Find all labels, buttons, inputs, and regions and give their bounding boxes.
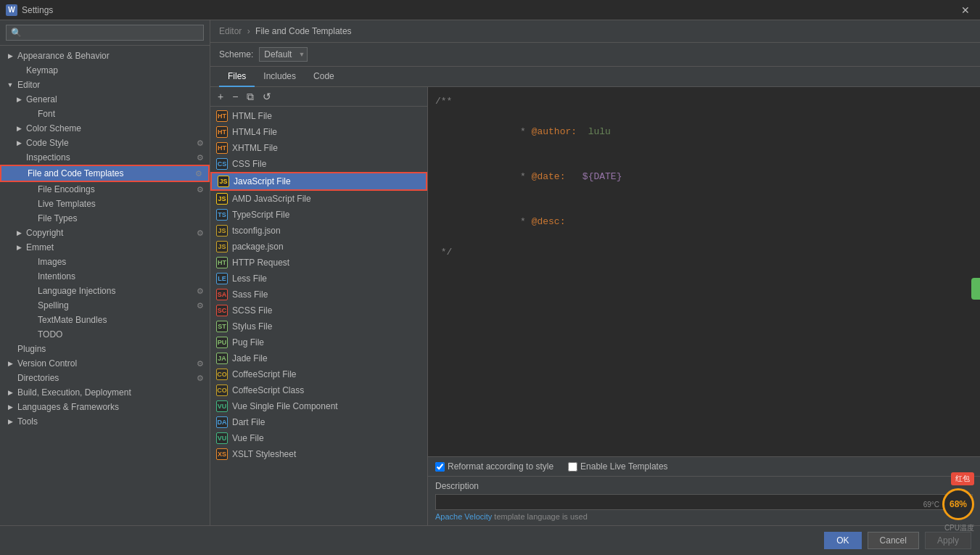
file-item-vue-single-file[interactable]: VUVue Single File Component bbox=[210, 398, 427, 414]
file-item-label: AMD JavaScript File bbox=[232, 194, 311, 204]
sidebar-item-appearance[interactable]: Appearance & Behavior bbox=[0, 49, 210, 63]
scheme-row: Scheme: DefaultProject bbox=[210, 43, 980, 67]
file-item-coffeescript-class[interactable]: COCoffeeScript Class bbox=[210, 382, 427, 398]
sidebar-item-copyright[interactable]: Copyright⚙ bbox=[0, 226, 210, 240]
sidebar-item-editor[interactable]: Editor bbox=[0, 78, 210, 92]
sidebar-item-file-types[interactable]: File Types bbox=[0, 211, 210, 226]
file-item-tsconfig-json[interactable]: JStsconfig.json bbox=[210, 223, 427, 239]
file-item-coffeescript-file[interactable]: COCoffeeScript File bbox=[210, 366, 427, 382]
sidebar-item-label-version-control: Version Control bbox=[17, 358, 77, 369]
file-item-css-file[interactable]: CSCSS File bbox=[210, 156, 427, 172]
tab-includes[interactable]: Includes bbox=[255, 67, 305, 87]
file-type-icon: HT bbox=[216, 126, 228, 138]
gear-icon: ⚙ bbox=[197, 374, 204, 383]
apply-button[interactable]: Apply bbox=[925, 532, 971, 549]
sidebar-item-directories[interactable]: Directories⚙ bbox=[0, 371, 210, 385]
file-item-less-file[interactable]: LELess File bbox=[210, 271, 427, 287]
file-item-dart-file[interactable]: DADart File bbox=[210, 414, 427, 430]
code-editor[interactable]: /** * @author: lulu * @date: ${DATE} * @… bbox=[428, 87, 980, 457]
file-item-xslt-stylesheet[interactable]: XSXSLT Stylesheet bbox=[210, 446, 427, 462]
cancel-button[interactable]: Cancel bbox=[868, 532, 919, 549]
sidebar-item-emmet[interactable]: Emmet bbox=[0, 240, 210, 255]
sidebar-item-label-languages-frameworks: Languages & Frameworks bbox=[17, 402, 119, 412]
sidebar-item-live-templates[interactable]: Live Templates bbox=[0, 197, 210, 211]
reformat-checkbox-label[interactable]: Reformat according to style bbox=[435, 461, 553, 472]
file-item-html-file[interactable]: HTHTML File bbox=[210, 108, 427, 124]
file-item-xhtml-file[interactable]: HTXHTML File bbox=[210, 140, 427, 156]
file-item-sass-file[interactable]: SASass File bbox=[210, 287, 427, 303]
sidebar-item-label-spelling: Spelling bbox=[38, 300, 69, 311]
sidebar-item-language-injections[interactable]: Language Injections⚙ bbox=[0, 284, 210, 298]
file-type-icon: XS bbox=[216, 448, 228, 460]
file-item-amd-javascript-file[interactable]: JSAMD JavaScript File bbox=[210, 191, 427, 207]
ok-button[interactable]: OK bbox=[824, 532, 861, 549]
reformat-label: Reformat according to style bbox=[448, 461, 553, 472]
sidebar-item-spelling[interactable]: Spelling⚙ bbox=[0, 298, 210, 313]
file-item-stylus-file[interactable]: STStylus File bbox=[210, 318, 427, 334]
close-button[interactable]: ✕ bbox=[957, 3, 974, 17]
sidebar-item-code-style[interactable]: Code Style⚙ bbox=[0, 136, 210, 150]
sidebar-item-plugins[interactable]: Plugins bbox=[0, 342, 210, 356]
dialog-body: Appearance & BehaviorKeymapEditorGeneral… bbox=[0, 20, 980, 525]
tab-code[interactable]: Code bbox=[305, 67, 343, 87]
file-type-icon: HT bbox=[216, 142, 228, 154]
sidebar-item-label-language-injections: Language Injections bbox=[38, 286, 115, 296]
reformat-checkbox[interactable] bbox=[435, 462, 445, 472]
reset-template-button[interactable]: ↺ bbox=[260, 90, 274, 103]
file-item-label: HTML File bbox=[232, 111, 272, 121]
sidebar-item-font[interactable]: Font bbox=[0, 107, 210, 121]
file-item-typescript-file[interactable]: TSTypeScript File bbox=[210, 207, 427, 223]
sidebar-item-general[interactable]: General bbox=[0, 92, 210, 107]
cpu-circle: 68% bbox=[942, 488, 974, 520]
remove-template-button[interactable]: − bbox=[229, 90, 241, 103]
file-item-jade-file[interactable]: JAJade File bbox=[210, 350, 427, 366]
sidebar-item-label-color-scheme: Color Scheme bbox=[26, 123, 81, 133]
file-item-pug-file[interactable]: PUPug File bbox=[210, 334, 427, 350]
sidebar-item-label-build-execution: Build, Execution, Deployment bbox=[17, 387, 131, 398]
sidebar-item-label-code-style: Code Style bbox=[26, 138, 69, 148]
file-item-label: XSLT Stylesheet bbox=[232, 449, 296, 459]
file-item-label: Pug File bbox=[232, 337, 264, 348]
file-item-label: Stylus File bbox=[232, 321, 272, 332]
description-input[interactable] bbox=[435, 494, 973, 510]
tabs-bar: FilesIncludesCode bbox=[210, 67, 980, 87]
breadcrumb-path: Editor bbox=[219, 26, 242, 36]
file-item-http-request[interactable]: HTHTTP Request bbox=[210, 255, 427, 271]
file-item-javascript-file[interactable]: JSJavaScript File bbox=[210, 172, 427, 191]
sidebar-item-file-encodings[interactable]: File Encodings⚙ bbox=[0, 182, 210, 197]
sidebar-item-textmate-bundles[interactable]: TextMate Bundles bbox=[0, 313, 210, 327]
sidebar-item-intentions[interactable]: Intentions bbox=[0, 269, 210, 284]
sidebar-item-inspections[interactable]: Inspections⚙ bbox=[0, 150, 210, 165]
sidebar-item-label-editor: Editor bbox=[17, 80, 40, 90]
file-item-html4-file[interactable]: HTHTML4 File bbox=[210, 124, 427, 140]
sidebar-item-color-scheme[interactable]: Color Scheme bbox=[0, 121, 210, 136]
code-line-2: * @author: lulu bbox=[435, 110, 973, 155]
search-input[interactable] bbox=[6, 25, 204, 41]
sidebar-item-file-and-code-templates[interactable]: File and Code Templates⚙ bbox=[0, 165, 210, 182]
content-area: + − ⧉ ↺ HTHTML FileHTHTML4 FileHTXHTML F… bbox=[210, 87, 980, 525]
file-type-icon: DA bbox=[216, 416, 228, 428]
code-line-1: /** bbox=[435, 94, 973, 110]
file-item-label: Sass File bbox=[232, 289, 268, 300]
breadcrumb: Editor › File and Code Templates bbox=[210, 20, 980, 43]
scheme-select[interactable]: DefaultProject bbox=[259, 47, 308, 62]
sidebar-item-todo[interactable]: TODO bbox=[0, 327, 210, 342]
file-type-icon: VU bbox=[216, 400, 228, 412]
sidebar-item-images[interactable]: Images bbox=[0, 255, 210, 269]
file-item-vue-file[interactable]: VUVue File bbox=[210, 430, 427, 446]
live-templates-checkbox[interactable] bbox=[568, 462, 577, 472]
tab-files[interactable]: Files bbox=[219, 67, 255, 87]
sidebar-item-keymap[interactable]: Keymap bbox=[0, 63, 210, 78]
code-line-5: */ bbox=[435, 245, 973, 260]
sidebar-item-languages-frameworks[interactable]: Languages & Frameworks bbox=[0, 400, 210, 414]
copy-template-button[interactable]: ⧉ bbox=[244, 90, 257, 103]
live-templates-checkbox-label[interactable]: Enable Live Templates bbox=[568, 461, 668, 472]
add-template-button[interactable]: + bbox=[215, 90, 226, 103]
sidebar-item-build-execution[interactable]: Build, Execution, Deployment bbox=[0, 385, 210, 400]
sidebar-item-tools[interactable]: Tools bbox=[0, 414, 210, 429]
sidebar-item-version-control[interactable]: Version Control⚙ bbox=[0, 356, 210, 371]
red-badge: 红包 bbox=[951, 472, 974, 485]
file-item-package-json[interactable]: JSpackage.json bbox=[210, 239, 427, 255]
file-item-scss-file[interactable]: SCSCSS File bbox=[210, 303, 427, 318]
gear-icon: ⚙ bbox=[197, 139, 204, 148]
